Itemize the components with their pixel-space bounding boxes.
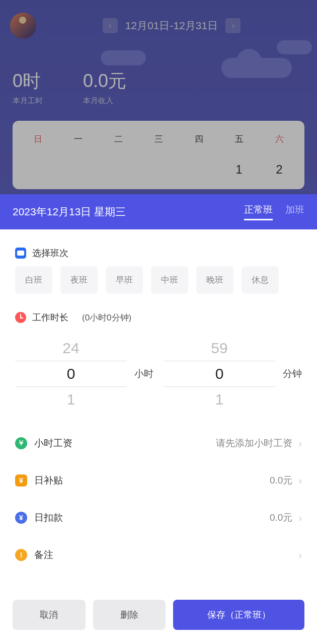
allowance-icon: ¥ (15, 474, 27, 487)
sheet-date-label: 2023年12月13日 星期三 (13, 205, 126, 219)
hour-unit: 小时 (127, 367, 153, 380)
note-row[interactable]: ! 备注 › (15, 536, 302, 574)
sheet-header: 2023年12月13日 星期三 正常班 加班 (0, 194, 317, 229)
shift-chip-rest[interactable]: 休息 (242, 266, 279, 294)
deduction-value: 0.0元 (270, 511, 292, 524)
briefcase-icon (15, 248, 26, 259)
deduction-label: 日扣款 (34, 511, 270, 524)
min-selected: 0 (164, 361, 275, 387)
wage-label: 小时工资 (34, 437, 216, 450)
hour-selected: 0 (15, 361, 127, 387)
bottom-sheet: 2023年12月13日 星期三 正常班 加班 选择班次 白班 夜班 早班 中班 … (0, 194, 317, 644)
min-next: 1 (164, 387, 275, 412)
chevron-right-icon: › (298, 438, 302, 449)
daily-allowance-row[interactable]: ¥ 日补贴 0.0元 › (15, 462, 302, 499)
shift-chip-evening[interactable]: 晚班 (196, 266, 233, 294)
chevron-right-icon: › (298, 475, 302, 487)
minute-picker[interactable]: 59 0 1 分钟 (164, 336, 302, 412)
chevron-right-icon: › (298, 512, 302, 524)
duration-section-head: 工作时长 (0小时0分钟) (15, 311, 302, 331)
delete-button[interactable]: 删除 (93, 600, 166, 630)
sheet-body: 选择班次 白班 夜班 早班 中班 晚班 休息 工作时长 (0小时0分钟) 24 (0, 229, 317, 590)
tab-normal-shift[interactable]: 正常班 (244, 203, 273, 220)
money-bag-icon: ￥ (15, 437, 27, 449)
deduction-icon: ¥ (15, 512, 27, 524)
note-label: 备注 (34, 548, 298, 561)
hour-picker[interactable]: 24 0 1 小时 (15, 336, 153, 412)
shift-chip-day[interactable]: 白班 (15, 266, 52, 294)
allowance-label: 日补贴 (34, 474, 270, 487)
hourly-wage-row[interactable]: ￥ 小时工资 请先添加小时工资 › (15, 425, 302, 462)
sheet-footer: 取消 删除 保存（正常班） (0, 590, 317, 644)
shift-chips: 白班 夜班 早班 中班 晚班 休息 (15, 266, 302, 294)
shift-chip-mid[interactable]: 中班 (151, 266, 188, 294)
cancel-button[interactable]: 取消 (13, 600, 86, 630)
min-prev: 59 (164, 336, 275, 361)
wage-value: 请先添加小时工资 (216, 437, 292, 450)
chevron-right-icon: › (298, 549, 302, 561)
shift-chip-night[interactable]: 夜班 (60, 266, 98, 294)
duration-section: 工作时长 (0小时0分钟) 24 0 1 小时 59 0 1 (15, 311, 302, 412)
hour-prev: 24 (15, 336, 127, 361)
min-unit: 分钟 (275, 367, 302, 380)
daily-deduction-row[interactable]: ¥ 日扣款 0.0元 › (15, 499, 302, 536)
shift-chip-morning[interactable]: 早班 (106, 266, 143, 294)
shift-section: 选择班次 白班 夜班 早班 中班 晚班 休息 (15, 247, 302, 294)
detail-rows: ￥ 小时工资 请先添加小时工资 › ¥ 日补贴 0.0元 › ¥ 日扣款 0.0… (15, 425, 302, 574)
save-button[interactable]: 保存（正常班） (173, 600, 304, 630)
warning-icon: ! (15, 549, 27, 561)
duration-section-label: 工作时长 (32, 311, 68, 324)
shift-section-head: 选择班次 (15, 247, 302, 266)
hour-next: 1 (15, 387, 127, 412)
shift-section-label: 选择班次 (32, 247, 68, 259)
tab-overtime[interactable]: 加班 (285, 203, 304, 220)
clock-icon (15, 312, 26, 323)
sheet-tabs: 正常班 加班 (244, 203, 304, 220)
allowance-value: 0.0元 (270, 474, 292, 487)
time-pickers: 24 0 1 小时 59 0 1 分钟 (15, 336, 302, 412)
duration-summary: (0小时0分钟) (82, 312, 131, 324)
